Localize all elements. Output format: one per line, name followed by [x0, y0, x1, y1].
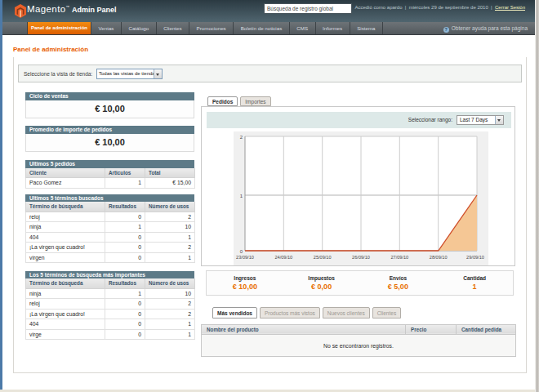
svg-text:28/09/10: 28/09/10 [430, 255, 448, 260]
svg-text:29/09/10: 29/09/10 [466, 255, 484, 260]
svg-text:1: 1 [240, 194, 243, 198]
svg-text:23/09/10: 23/09/10 [236, 255, 254, 260]
svg-text:0: 0 [240, 249, 243, 254]
svg-text:25/09/10: 25/09/10 [314, 255, 332, 260]
svg-text:27/09/10: 27/09/10 [390, 255, 408, 260]
svg-text:26/09/10: 26/09/10 [352, 255, 370, 260]
svg-text:24/09/10: 24/09/10 [274, 255, 292, 260]
svg-text:2: 2 [240, 135, 243, 140]
